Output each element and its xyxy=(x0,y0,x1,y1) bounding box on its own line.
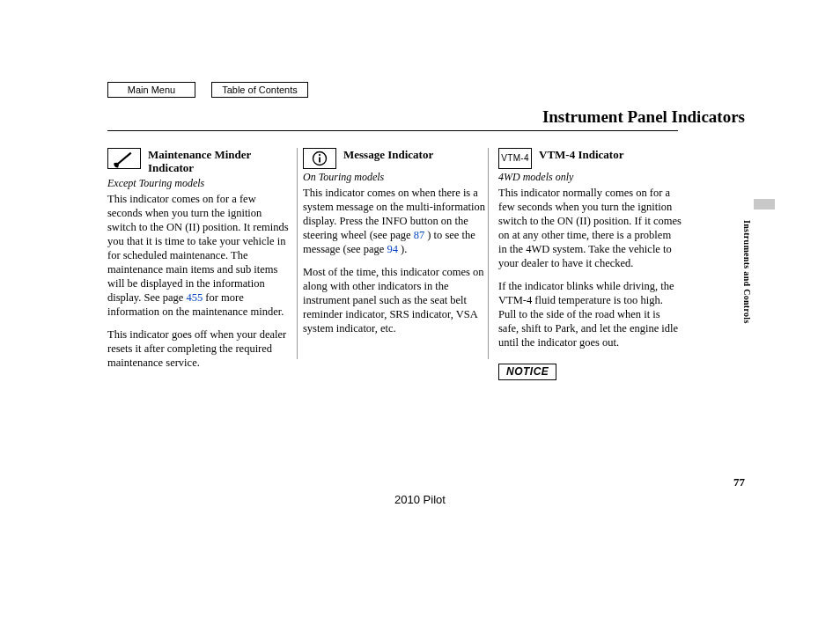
heading-message: Message Indicator xyxy=(343,148,486,162)
text: This indicator normally comes on for a f… xyxy=(498,186,682,270)
side-tab-marker xyxy=(754,199,775,210)
info-icon xyxy=(303,148,336,169)
subhead-vtm4: 4WD models only xyxy=(498,171,682,184)
content-columns: Maintenance Minder Indicator Except Tour… xyxy=(107,148,689,380)
notice-label: NOTICE xyxy=(498,364,556,380)
heading-row: Maintenance Minder Indicator xyxy=(107,148,291,175)
text: Most of the time, this indicator comes o… xyxy=(303,265,486,335)
subhead-maintenance: Except Touring models xyxy=(107,177,291,190)
heading-maintenance: Maintenance Minder Indicator xyxy=(148,148,291,175)
body-maintenance: This indicator comes on for a few second… xyxy=(107,192,291,370)
svg-rect-3 xyxy=(319,158,321,163)
text: If the indicator blinks while driving, t… xyxy=(498,279,682,349)
side-tab-label: Instruments and Controls xyxy=(742,220,752,324)
nav-buttons: Main Menu Table of Contents xyxy=(107,82,308,98)
page-number: 77 xyxy=(733,475,745,489)
text: This indicator comes on for a few second… xyxy=(107,193,289,304)
column-message: Message Indicator On Touring models This… xyxy=(303,148,486,380)
side-tab: Instruments and Controls xyxy=(734,202,750,335)
page-link-455[interactable]: 455 xyxy=(186,291,203,304)
toc-button[interactable]: Table of Contents xyxy=(211,82,308,98)
vtm4-icon: VTM-4 xyxy=(498,148,532,169)
wrench-icon xyxy=(107,148,141,169)
column-maintenance: Maintenance Minder Indicator Except Tour… xyxy=(107,148,291,380)
column-vtm4: VTM-4 VTM-4 Indicator 4WD models only Th… xyxy=(498,148,682,380)
heading-vtm4: VTM-4 Indicator xyxy=(539,148,682,162)
svg-rect-0 xyxy=(117,152,132,165)
title-rule xyxy=(107,130,678,131)
subhead-message: On Touring models xyxy=(303,171,486,184)
text: ). xyxy=(401,243,407,255)
page-title: Instrument Panel Indicators xyxy=(542,107,745,127)
main-menu-button[interactable]: Main Menu xyxy=(107,82,195,98)
body-vtm4: This indicator normally comes on for a f… xyxy=(498,186,682,380)
svg-point-2 xyxy=(319,154,321,156)
footer-model: 2010 Pilot xyxy=(0,493,840,506)
heading-row: VTM-4 VTM-4 Indicator xyxy=(498,148,682,169)
page-link-94[interactable]: 94 xyxy=(387,243,398,255)
text: This indicator goes off when your dealer… xyxy=(107,327,291,370)
heading-row: Message Indicator xyxy=(303,148,486,169)
page-link-87[interactable]: 87 xyxy=(414,229,425,241)
body-message: This indicator comes on when there is a … xyxy=(303,186,486,335)
